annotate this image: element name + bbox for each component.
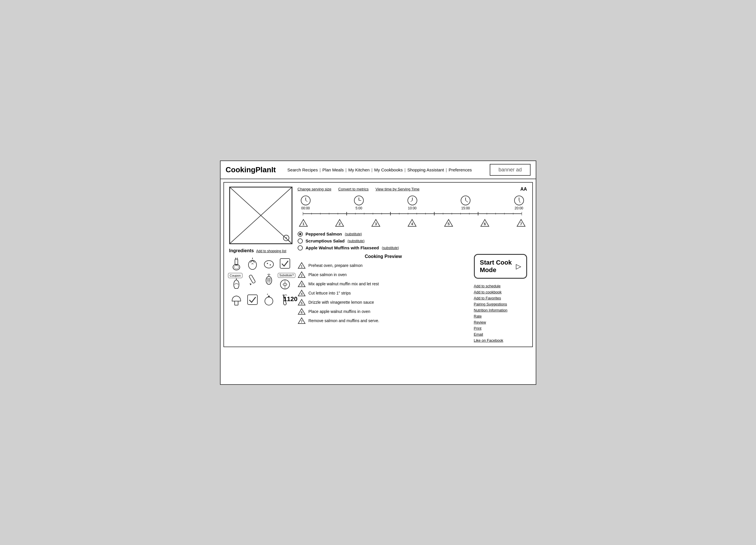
right-sidebar: Start Cook Mode ▷ Add to schedule Add to…: [474, 254, 527, 343]
svg-text:5: 5: [301, 301, 302, 305]
header: CookingPlanIt Search Recipes | Plan Meal…: [221, 161, 536, 179]
nav-shopping-assistant[interactable]: Shopping Assistant: [407, 167, 444, 172]
svg-text:3: 3: [375, 222, 377, 226]
svg-rect-19: [249, 274, 256, 283]
svg-text:6: 6: [484, 222, 486, 226]
clock-label-1500: 15:00: [461, 206, 470, 210]
svg-text:5: 5: [447, 222, 449, 226]
timeline-step-5[interactable]: 5: [443, 218, 454, 227]
review-link[interactable]: Review: [474, 320, 486, 324]
svg-rect-17: [280, 259, 290, 268]
add-schedule-link[interactable]: Add to schedule: [474, 284, 501, 288]
nav-my-kitchen[interactable]: My Kitchen: [348, 167, 370, 172]
radio-muffins[interactable]: [298, 245, 303, 250]
step-text-2: Place salmon in oven: [309, 272, 347, 277]
print-link[interactable]: Print: [474, 326, 482, 330]
add-favorites-link[interactable]: Add to Favorites: [474, 296, 501, 300]
like-facebook-link[interactable]: Like on Facebook: [474, 338, 504, 343]
calorie-count: 1120: [284, 295, 298, 303]
ingredient-checked: [278, 256, 292, 271]
svg-point-14: [264, 261, 273, 268]
radio-salmon[interactable]: [298, 232, 303, 237]
ingredients-title: Ingredients Add to shopping list: [229, 248, 292, 253]
clock-label-0000: 00:00: [301, 206, 310, 210]
svg-text:2: 2: [301, 274, 302, 277]
clock-label-1000: 10:00: [408, 206, 416, 210]
add-to-shopping-link[interactable]: Add to shopping list: [256, 249, 286, 253]
svg-marker-20: [250, 283, 252, 285]
timeline-step-1[interactable]: 1: [298, 218, 309, 227]
svg-text:6: 6: [301, 311, 302, 314]
ingredient-corn: [262, 272, 276, 291]
recipe-option-salmon[interactable]: Peppered Salmon (substitute): [298, 232, 527, 237]
rate-link[interactable]: Rate: [474, 314, 482, 318]
recipe-selection: Peppered Salmon (substitute) Scrumptious…: [298, 232, 527, 250]
cooking-preview: Cooking Preview 1 Preheat oven, prepare …: [298, 254, 469, 343]
clock-0000: 00:00: [301, 195, 311, 210]
svg-text:3: 3: [301, 283, 302, 286]
page-wrapper: CookingPlanIt Search Recipes | Plan Meal…: [220, 160, 536, 385]
svg-point-21: [266, 276, 272, 284]
ingredient-turnip: [262, 292, 276, 307]
clock-label-500: 5:00: [355, 206, 362, 210]
recipe-option-salad[interactable]: Scrumptious Salad (substitute): [298, 238, 527, 244]
step-row-3: 3 Mix apple walnut muffin mix and let re…: [298, 280, 469, 287]
ingredient-pepper[interactable]: Coupon: [229, 272, 244, 291]
svg-point-34: [265, 297, 273, 305]
recipe-salmon-substitute[interactable]: (substitute): [345, 232, 362, 236]
step-row-7: 7 Remove salmon and muffins and serve.: [298, 317, 469, 324]
step-text-7: Remove salmon and muffins and serve.: [309, 318, 379, 323]
ingredient-garlic: [245, 256, 260, 271]
add-cookbook-link[interactable]: Add to cookbook: [474, 290, 502, 294]
email-link[interactable]: Email: [474, 332, 483, 336]
nav-preferences[interactable]: Preferences: [449, 167, 472, 172]
ingredients-label: Ingredients: [229, 248, 254, 253]
svg-point-16: [270, 264, 271, 265]
timeline-step-7[interactable]: 7: [516, 218, 526, 227]
nav-plan-meals[interactable]: Plan Meals: [322, 167, 344, 172]
text-size-control[interactable]: AA: [520, 187, 527, 192]
cooking-preview-title: Cooking Preview: [298, 254, 469, 259]
view-time-link[interactable]: View time by Serving Time: [376, 187, 420, 191]
svg-text:7: 7: [301, 320, 302, 323]
timeline-step-3[interactable]: 3: [371, 218, 381, 227]
nutrition-info-link[interactable]: Nutrition Information: [474, 308, 508, 312]
start-cook-button[interactable]: Start Cook Mode ▷: [474, 254, 527, 279]
recipe-salad-substitute[interactable]: (substitute): [347, 239, 364, 243]
pairing-suggestions-link[interactable]: Pairing Suggestions: [474, 302, 507, 306]
timeline-step-4[interactable]: 4: [407, 218, 417, 227]
svg-text:4: 4: [411, 222, 414, 226]
recipe-salmon-label: Peppered Salmon: [306, 232, 342, 236]
timeline-step-6[interactable]: 6: [480, 218, 490, 227]
logo[interactable]: CookingPlanIt: [226, 165, 276, 174]
ingredient-cabbage[interactable]: Substitute?: [278, 272, 292, 291]
svg-line-51: [519, 200, 520, 203]
step-row-1: 1 Preheat oven, prepare salmon: [298, 262, 469, 269]
nav-my-cookbooks[interactable]: My Cookbooks: [374, 167, 403, 172]
timeline-step-2[interactable]: 2: [334, 218, 345, 227]
svg-point-11: [234, 265, 239, 269]
radio-salad[interactable]: [298, 238, 303, 244]
change-serving-link[interactable]: Change serving size: [298, 187, 332, 191]
clock-label-2000: 20:00: [514, 206, 523, 210]
recipe-muffins-label: Apple Walnut Muffins with Flaxseed: [306, 245, 379, 250]
nav-search-recipes[interactable]: Search Recipes: [287, 167, 318, 172]
clock-500: 5:00: [354, 195, 364, 210]
step-row-4: 4 Cut lettuce into 1" strips: [298, 290, 469, 297]
svg-text:1: 1: [302, 222, 304, 226]
ingredient-bottle: [229, 256, 244, 271]
ingredient-carrot: 1120: [278, 292, 292, 307]
ingredient-checked2: [245, 292, 260, 307]
clock-1500: 15:00: [460, 195, 471, 210]
substitute-badge[interactable]: Substitute?: [278, 273, 295, 278]
recipe-option-muffins[interactable]: Apple Walnut Muffins with Flaxseed (subs…: [298, 245, 527, 250]
recipe-image[interactable]: [229, 187, 292, 244]
step-text-4: Cut lettuce into 1" strips: [309, 291, 351, 295]
svg-text:4: 4: [301, 292, 303, 296]
coupon-badge[interactable]: Coupon: [228, 273, 243, 278]
recipe-muffins-substitute[interactable]: (substitute): [382, 246, 399, 250]
svg-line-45: [411, 200, 412, 202]
convert-metrics-link[interactable]: Convert to metrics: [338, 187, 368, 191]
start-cook-label: Start Cook Mode: [480, 259, 512, 274]
svg-text:2: 2: [338, 222, 340, 226]
